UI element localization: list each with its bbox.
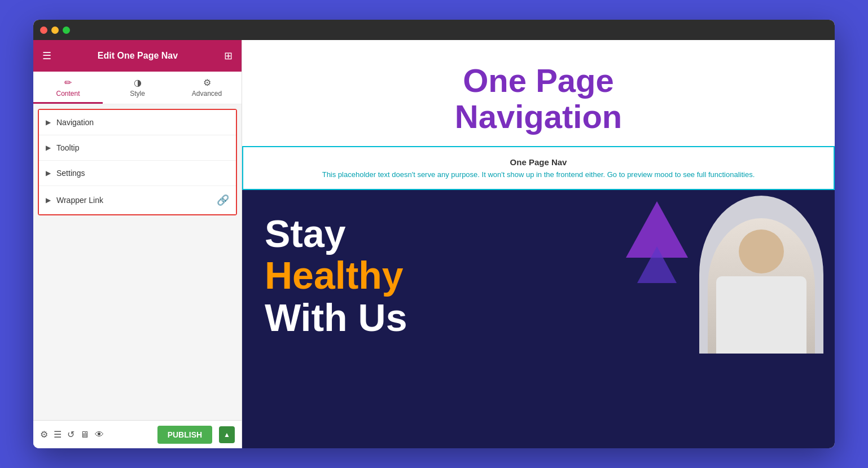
panel-header: ☰ Edit One Page Nav ⊞: [33, 40, 242, 72]
chevron-icon: ▶: [46, 196, 51, 204]
panel-footer: ⚙ ☰ ↺ 🖥 👁 PUBLISH ▲: [33, 420, 242, 448]
hero-title-line2: Navigation: [455, 98, 622, 135]
section-tooltip-label: Tooltip: [56, 143, 229, 152]
triangle-small-decoration: [637, 246, 677, 283]
widget-subtitle: This placeholder text doesn't serve any …: [322, 170, 755, 179]
section-wrapper-link-label: Wrapper Link: [56, 196, 217, 205]
tab-content[interactable]: ✏ Content: [33, 72, 103, 104]
style-icon: ◑: [134, 77, 142, 88]
preview-footer-icon[interactable]: 👁: [95, 430, 104, 440]
widget-area: One Page Nav This placeholder text doesn…: [242, 146, 835, 190]
publish-dropdown-button[interactable]: ▲: [219, 426, 235, 443]
content-icon: ✏: [64, 77, 72, 88]
layers-footer-icon[interactable]: ☰: [54, 429, 62, 440]
healthy-text: Healthy: [265, 254, 407, 297]
advanced-icon: ⚙: [203, 77, 211, 88]
chevron-icon: ▶: [46, 169, 51, 177]
chevron-icon: ▶: [46, 144, 51, 152]
main-content: ‹ One Page Navigation One Page Nav This …: [242, 40, 835, 448]
tab-advanced-label: Advanced: [192, 90, 222, 98]
panel-sections: ▶ Navigation ▶ Tooltip ▶ Settings ▶ Wrap…: [33, 104, 242, 420]
withus-text: With Us: [265, 297, 407, 339]
section-tooltip[interactable]: ▶ Tooltip: [39, 135, 236, 161]
link-icon: 🔗: [217, 194, 229, 206]
doctor-image: [699, 196, 823, 354]
hero-title-line1: One Page: [463, 62, 614, 99]
section-settings-label: Settings: [56, 169, 229, 178]
stay-text: Stay: [265, 213, 407, 255]
panel-tabs: ✏ Content ◑ Style ⚙ Advanced: [33, 72, 242, 104]
dark-text-content: Stay Healthy With Us: [265, 213, 407, 339]
settings-footer-icon[interactable]: ⚙: [40, 429, 48, 440]
section-navigation[interactable]: ▶ Navigation: [39, 110, 236, 135]
browser-window: ☰ Edit One Page Nav ⊞ ✏ Content ◑ Style …: [33, 20, 835, 448]
section-group: ▶ Navigation ▶ Tooltip ▶ Settings ▶ Wrap…: [38, 109, 237, 215]
section-navigation-label: Navigation: [56, 118, 229, 127]
device-footer-icon[interactable]: 🖥: [80, 430, 89, 440]
publish-button[interactable]: PUBLISH: [157, 426, 212, 444]
traffic-light-red[interactable]: [40, 27, 47, 34]
history-footer-icon[interactable]: ↺: [67, 429, 74, 440]
dark-section: Stay Healthy With Us: [242, 190, 835, 448]
browser-content: ☰ Edit One Page Nav ⊞ ✏ Content ◑ Style …: [33, 40, 835, 448]
hero-section: One Page Navigation: [242, 40, 835, 146]
grid-icon[interactable]: ⊞: [224, 50, 233, 62]
hamburger-icon[interactable]: ☰: [42, 50, 51, 62]
tab-content-label: Content: [56, 90, 80, 98]
left-panel: ☰ Edit One Page Nav ⊞ ✏ Content ◑ Style …: [33, 40, 242, 448]
chevron-icon: ▶: [46, 118, 51, 126]
traffic-lights: [40, 27, 70, 34]
traffic-light-yellow[interactable]: [51, 27, 59, 34]
section-settings[interactable]: ▶ Settings: [39, 161, 236, 186]
hero-title: One Page Navigation: [455, 63, 622, 135]
section-wrapper-link[interactable]: ▶ Wrapper Link 🔗: [39, 186, 236, 214]
tab-advanced[interactable]: ⚙ Advanced: [172, 72, 242, 104]
widget-title: One Page Nav: [510, 157, 567, 167]
tab-style[interactable]: ◑ Style: [103, 72, 172, 104]
browser-titlebar: [33, 20, 835, 40]
doctor-figure: [708, 218, 815, 354]
panel-header-title: Edit One Page Nav: [98, 51, 178, 61]
traffic-light-green[interactable]: [63, 27, 70, 34]
tab-style-label: Style: [130, 90, 145, 98]
